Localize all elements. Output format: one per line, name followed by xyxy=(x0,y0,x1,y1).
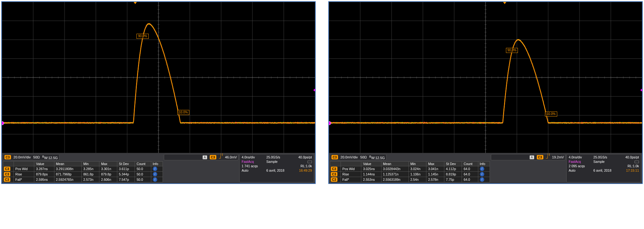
channel-tag: C3 xyxy=(4,172,10,176)
bandwidth-readout: BW:12.5G xyxy=(369,155,385,160)
meas-col-header xyxy=(3,162,14,166)
table-row: C3Fall*2.595ns2.5924765n2.573n2.606n7.54… xyxy=(3,177,163,182)
meas-max: 3.301n xyxy=(99,166,117,172)
readout-bar: C320.0mV/div50ΩBW:12.5GValueMeanMinMaxSt… xyxy=(2,153,315,183)
meas-count: 50.0 xyxy=(135,177,151,182)
tdiv-readout: 4.0ns/div xyxy=(569,155,590,159)
meas-max: 2.578n xyxy=(426,177,444,182)
battery-icon xyxy=(633,160,639,163)
meas-info[interactable]: i xyxy=(151,166,163,172)
channel-settings[interactable]: C320.0mV/div50ΩBW:12.5G xyxy=(330,154,386,160)
meas-col-header: Info xyxy=(478,162,490,166)
channel-tag: C3 xyxy=(537,155,543,159)
acq-type: Sample xyxy=(266,160,290,163)
info-icon[interactable]: i xyxy=(153,167,157,171)
meas-value: 3.287ns xyxy=(34,166,54,172)
meas-min: 861.8p xyxy=(81,172,99,177)
meas-col-header: Mean xyxy=(381,162,408,166)
status-panel: 4.0ns/div25.0GS/s40.0ps/ptFastAcqSample1… xyxy=(239,154,314,182)
samplerate-readout: 25.0GS/s xyxy=(266,155,290,159)
waveform-canvas xyxy=(2,2,315,153)
meas-stdev: 7.547p xyxy=(117,177,135,182)
readout-bar: C320.0mV/div50ΩBW:12.5GValueMeanMinMaxSt… xyxy=(329,153,642,183)
meas-count: 64.0 xyxy=(462,172,478,177)
meas-col-header: Info xyxy=(151,162,163,166)
oscilloscope-right: 90.0%10.0%C320.0mV/div50ΩBW:12.5GValueMe… xyxy=(328,1,643,184)
impedance-readout: 50Ω xyxy=(33,155,40,159)
meas-count: 50.0 xyxy=(135,172,151,177)
channel-tag: C3 xyxy=(4,177,10,182)
meas-col-header: Count xyxy=(462,162,478,166)
trigger-level: 46.0mV xyxy=(225,155,237,159)
info-icon[interactable]: i xyxy=(480,177,484,182)
meas-max: 1.145n xyxy=(426,172,444,177)
meas-info[interactable]: i xyxy=(478,172,490,177)
meas-name: Pos Wid xyxy=(341,166,361,172)
acq-mode: FastAcq xyxy=(242,160,263,163)
channel-tag: C3 xyxy=(331,155,338,159)
channel-tag: C3 xyxy=(4,167,10,171)
meas-mean: 3.0328443n xyxy=(381,166,408,172)
meas-count: 64.0 xyxy=(462,166,478,172)
record-length: RL:1.0k xyxy=(301,164,312,168)
info-icon[interactable]: i xyxy=(153,177,157,182)
channel-tag: C3 xyxy=(331,167,337,171)
meas-min: 3.285n xyxy=(81,166,99,172)
trigger-level-marker[interactable] xyxy=(313,88,315,92)
table-row: C3Rise879.8ps871.7968p861.8p879.8p5.344p… xyxy=(3,172,163,177)
meas-col-header: Min xyxy=(408,162,426,166)
meas-mean: 871.7968p xyxy=(54,172,81,177)
trigger-level-marker[interactable] xyxy=(640,88,642,92)
meas-col-header xyxy=(330,162,341,166)
meas-col-header: Max xyxy=(99,162,117,166)
waveform-display[interactable]: 90.0%10.0% xyxy=(329,2,642,153)
trigger-settings[interactable]: AC346.0mV xyxy=(164,154,239,160)
meas-col-header: Count xyxy=(135,162,151,166)
acq-count: 1 741 acqs xyxy=(242,164,263,168)
meas-max: 3.041n xyxy=(426,166,444,172)
channel-tag: C3 xyxy=(331,177,337,182)
rising-edge-icon xyxy=(546,155,550,159)
meas-count: 50.0 xyxy=(135,166,151,172)
meas-value: 2.595ns xyxy=(34,177,54,182)
date-readout: 6 avril, 2018 xyxy=(593,169,617,172)
meas-col-header: Value xyxy=(34,162,54,166)
meas-info[interactable]: i xyxy=(478,166,490,172)
table-row: C3Pos Wid3.287ns3.2911808n3.285n3.301n3.… xyxy=(3,166,163,172)
meas-col-header: St Dev xyxy=(117,162,135,166)
channel-tag: C3 xyxy=(210,155,216,159)
cursor-high-label: 90.0% xyxy=(136,34,148,39)
meas-info[interactable]: i xyxy=(151,177,163,182)
status-panel: 4.0ns/div25.0GS/s40.0ps/ptFastAcqSample2… xyxy=(566,154,641,182)
acq-count: 2 095 acqs xyxy=(569,164,590,168)
channel-tag: C3 xyxy=(4,155,11,159)
meas-mean: 1.125371n xyxy=(381,172,408,177)
table-row: C3Fall*2.553ns2.5563189n2.54n2.578n7.75p… xyxy=(330,177,490,182)
meas-min: 3.024n xyxy=(408,166,426,172)
table-row: C3Rise1.144ns1.125371n1.106n1.145n8.819p… xyxy=(330,172,490,177)
oscilloscope-left: 90.0%10.0%C320.0mV/div50ΩBW:12.5GValueMe… xyxy=(1,1,316,184)
waveform-display[interactable]: 90.0%10.0% xyxy=(2,2,315,153)
meas-value: 3.025ns xyxy=(361,166,381,172)
cursor-high-label: 90.0% xyxy=(506,48,518,53)
meas-col-header xyxy=(14,162,34,166)
meas-mean: 2.5563189n xyxy=(381,177,408,182)
info-icon[interactable]: i xyxy=(480,167,484,171)
meas-info[interactable]: i xyxy=(478,177,490,182)
bandwidth-readout: BW:12.5G xyxy=(42,155,58,160)
cursor-low-label: 10.0% xyxy=(177,110,189,115)
info-icon[interactable]: i xyxy=(480,172,484,176)
trigger-a-label: A xyxy=(203,155,207,159)
vdiv-readout: 20.0mV/div xyxy=(341,155,358,159)
info-icon[interactable]: i xyxy=(153,172,157,176)
measurement-table: ValueMeanMinMaxSt DevCountInfoC3Pos Wid3… xyxy=(330,161,490,182)
trigger-settings[interactable]: AC319.2mV xyxy=(491,154,566,160)
meas-value: 2.553ns xyxy=(361,177,381,182)
time-readout: 17:15:11 xyxy=(626,169,639,172)
meas-stdev: 8.819p xyxy=(444,172,462,177)
channel-settings[interactable]: C320.0mV/div50ΩBW:12.5G xyxy=(3,154,59,160)
meas-stdev: 3.611p xyxy=(117,166,135,172)
waveform-canvas xyxy=(329,2,642,153)
time-readout: 16:49:29 xyxy=(299,169,312,172)
meas-info[interactable]: i xyxy=(151,172,163,177)
